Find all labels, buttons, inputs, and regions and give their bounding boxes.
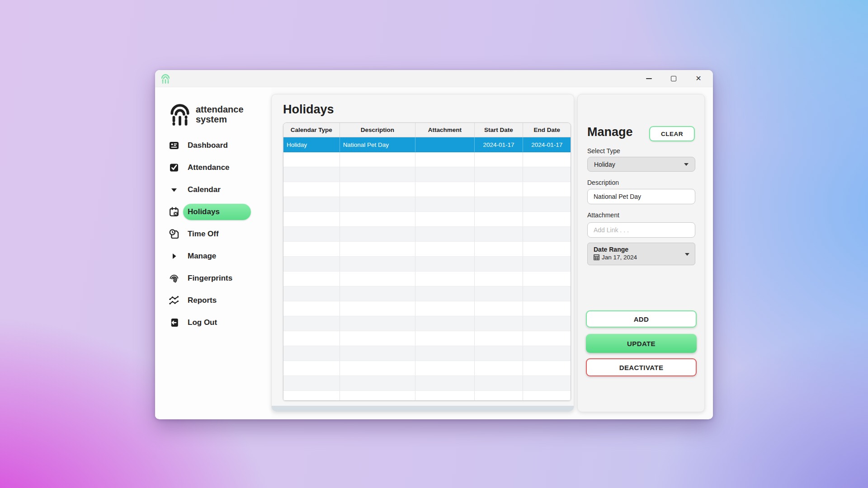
cell-empty [283, 152, 340, 167]
cell-empty [475, 227, 524, 241]
cell-empty [415, 257, 475, 271]
sidebar-item-log-out[interactable]: Log Out [155, 311, 271, 333]
sidebar-item-time-off[interactable]: Time Off [155, 223, 271, 245]
reports-icon [169, 295, 179, 306]
deactivate-button[interactable]: DEACTIVATE [586, 358, 697, 376]
app-logo-icon [169, 103, 191, 126]
table-row-empty[interactable] [283, 257, 571, 272]
cell-empty [340, 376, 415, 390]
sidebar-item-label: Holidays [183, 204, 251, 220]
add-button[interactable]: ADD [586, 310, 697, 328]
sidebar-item-manage[interactable]: Manage [155, 245, 271, 267]
cell-empty [415, 376, 475, 390]
cell-empty [475, 286, 524, 301]
minimize-button[interactable] [642, 72, 655, 85]
cell-empty [475, 167, 524, 182]
attachment-label: Attachment [587, 211, 619, 219]
table-row-empty[interactable] [283, 331, 571, 346]
column-header-start-date[interactable]: Start Date [475, 123, 524, 137]
clear-button[interactable]: CLEAR [649, 126, 695, 141]
cell-empty [415, 361, 475, 375]
cell-empty [283, 361, 340, 375]
cell-calendar-type: Holiday [283, 137, 340, 152]
cell-empty [415, 391, 475, 400]
cell-empty [340, 182, 415, 197]
close-button[interactable]: ✕ [692, 72, 705, 85]
cell-empty [523, 212, 571, 226]
cell-empty [340, 272, 415, 286]
select-type-label: Select Type [587, 147, 620, 155]
update-button[interactable]: UPDATE [586, 334, 697, 353]
logout-icon [169, 317, 179, 328]
sidebar-item-label: Calendar [188, 185, 221, 194]
table-row-empty[interactable] [283, 197, 571, 212]
sidebar-item-label: Log Out [188, 318, 217, 327]
cell-empty [415, 286, 475, 301]
sidebar-nav: Dashboard Attendance Calendar [155, 134, 271, 333]
cell-empty [283, 331, 340, 346]
table-row-empty[interactable] [283, 316, 571, 331]
sidebar-item-reports[interactable]: Reports [155, 289, 271, 311]
app-logo-icon-small [160, 74, 170, 84]
select-type-dropdown[interactable]: Holiday [587, 157, 695, 172]
table-row-empty[interactable] [283, 346, 571, 361]
table-row-empty[interactable] [283, 152, 571, 167]
table-row-empty[interactable] [283, 301, 571, 316]
table-row-empty[interactable] [283, 182, 571, 197]
description-input[interactable] [587, 189, 695, 204]
column-header-description[interactable]: Description [340, 123, 415, 137]
table-row-empty[interactable] [283, 376, 571, 391]
cell-empty [283, 301, 340, 316]
description-label: Description [587, 179, 619, 186]
table-row-selected[interactable]: Holiday National Pet Day 2024-01-17 2024… [283, 137, 571, 152]
date-range-dropdown[interactable]: Date Range Jan 17, 2024 [587, 243, 695, 265]
cell-empty [283, 272, 340, 286]
cell-empty [415, 331, 475, 346]
cell-empty [283, 376, 340, 390]
close-icon: ✕ [695, 75, 701, 82]
cell-empty [523, 361, 571, 375]
horizontal-scrollbar-track[interactable] [272, 406, 574, 412]
cell-empty [340, 152, 415, 167]
column-header-attachment[interactable]: Attachment [415, 123, 475, 137]
app-logo: attendance system [155, 101, 271, 128]
cell-empty [340, 361, 415, 375]
table-row-empty[interactable] [283, 361, 571, 376]
cell-empty [340, 212, 415, 226]
sidebar-item-calendar[interactable]: Calendar [155, 178, 271, 201]
column-header-calendar-type[interactable]: Calendar Type [283, 123, 340, 137]
table-row-empty[interactable] [283, 242, 571, 257]
cell-empty [475, 212, 524, 226]
table-row-empty[interactable] [283, 391, 571, 400]
window-content: attendance system Dashboard Attendance [155, 87, 713, 419]
sidebar-item-attendance[interactable]: Attendance [155, 156, 271, 178]
cell-empty [283, 227, 340, 241]
attachment-input[interactable] [587, 222, 695, 238]
cell-empty [415, 182, 475, 197]
cell-empty [415, 242, 475, 256]
table-row-empty[interactable] [283, 167, 571, 182]
table-row-empty[interactable] [283, 272, 571, 286]
sidebar-item-holidays[interactable]: Holidays [155, 201, 271, 223]
chevron-down-icon [685, 253, 689, 256]
sidebar-item-label: Fingerprints [188, 274, 232, 283]
sidebar-item-fingerprints[interactable]: Fingerprints [155, 267, 271, 289]
cell-empty [283, 167, 340, 182]
sidebar-item-dashboard[interactable]: Dashboard [155, 134, 271, 156]
titlebar[interactable]: ✕ [155, 70, 713, 87]
cell-empty [283, 212, 340, 226]
cell-empty [415, 167, 475, 182]
cell-empty [340, 391, 415, 400]
chevron-right-icon [169, 251, 179, 262]
cell-empty [523, 227, 571, 241]
cell-empty [415, 301, 475, 316]
cell-empty [340, 227, 415, 241]
table-row-empty[interactable] [283, 212, 571, 227]
table-row-empty[interactable] [283, 227, 571, 242]
cell-empty [475, 361, 524, 375]
maximize-button[interactable] [667, 72, 680, 85]
table-row-empty[interactable] [283, 286, 571, 301]
column-header-end-date[interactable]: End Date [523, 123, 571, 137]
dashboard-icon [169, 140, 179, 151]
sidebar-item-label: Manage [188, 252, 216, 261]
